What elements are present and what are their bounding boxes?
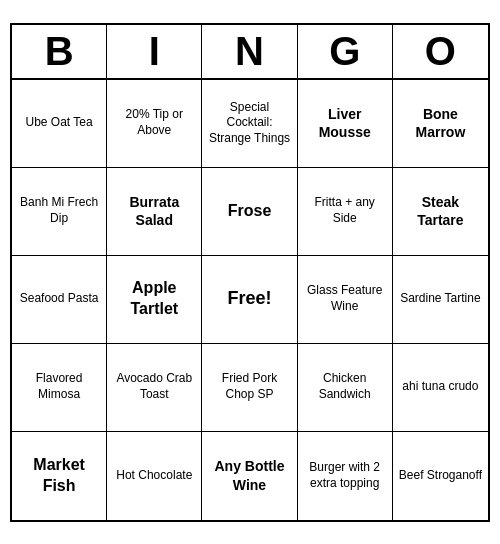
cell-r4c5: ahi tuna crudo	[393, 344, 488, 432]
cell-r3c5: Sardine Tartine	[393, 256, 488, 344]
cell-r5c5: Beef Stroganoff	[393, 432, 488, 520]
cell-r2c4: Fritta + any Side	[298, 168, 393, 256]
cell-r4c1: Flavored Mimosa	[12, 344, 107, 432]
letter-b: B	[12, 25, 107, 78]
letter-n: N	[202, 25, 297, 78]
cell-r4c4: Chicken Sandwich	[298, 344, 393, 432]
cell-r5c1: Market Fish	[12, 432, 107, 520]
cell-r1c4: Liver Mousse	[298, 80, 393, 168]
cell-r4c2: Avocado Crab Toast	[107, 344, 202, 432]
cell-r5c4: Burger with 2 extra topping	[298, 432, 393, 520]
letter-g: G	[298, 25, 393, 78]
cell-r5c2: Hot Chocolate	[107, 432, 202, 520]
bingo-card: BINGO Ube Oat Tea20% Tip or AboveSpecial…	[10, 23, 490, 522]
cell-r3c3: Free!	[202, 256, 297, 344]
cell-r1c1: Ube Oat Tea	[12, 80, 107, 168]
cell-r1c3: Special Cocktail: Strange Things	[202, 80, 297, 168]
bingo-grid: Ube Oat Tea20% Tip or AboveSpecial Cockt…	[12, 80, 488, 520]
cell-r1c2: 20% Tip or Above	[107, 80, 202, 168]
letter-i: I	[107, 25, 202, 78]
cell-r3c1: Seafood Pasta	[12, 256, 107, 344]
cell-r2c3: Frose	[202, 168, 297, 256]
cell-r2c5: Steak Tartare	[393, 168, 488, 256]
cell-r4c3: Fried Pork Chop SP	[202, 344, 297, 432]
cell-r1c5: Bone Marrow	[393, 80, 488, 168]
bingo-header: BINGO	[12, 25, 488, 80]
letter-o: O	[393, 25, 488, 78]
cell-r5c3: Any Bottle Wine	[202, 432, 297, 520]
cell-r3c4: Glass Feature Wine	[298, 256, 393, 344]
cell-r2c2: Burrata Salad	[107, 168, 202, 256]
cell-r2c1: Banh Mi Frech Dip	[12, 168, 107, 256]
cell-r3c2: Apple Tartlet	[107, 256, 202, 344]
